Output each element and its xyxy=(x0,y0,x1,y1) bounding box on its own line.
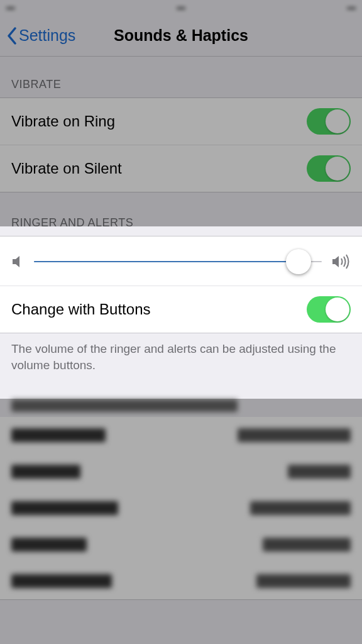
change-with-buttons-row[interactable]: Change with Buttons xyxy=(0,286,362,333)
ringer-footer-text: The volume of the ringer and alerts can … xyxy=(0,333,362,387)
list-item[interactable] xyxy=(0,453,362,490)
row-label: Change with Buttons xyxy=(11,301,150,318)
speaker-high-icon xyxy=(332,253,351,270)
vibrate-on-ring-toggle[interactable] xyxy=(307,108,351,135)
back-label: Settings xyxy=(19,26,75,45)
row-label: Vibrate on Ring xyxy=(11,113,115,130)
vibrate-list: Vibrate on Ring Vibrate on Silent xyxy=(0,97,362,192)
list-item[interactable] xyxy=(0,563,362,599)
vibrate-on-ring-row[interactable]: Vibrate on Ring xyxy=(0,98,362,145)
volume-slider[interactable] xyxy=(34,249,322,274)
volume-slider-row xyxy=(0,236,362,286)
section-header-ringer: RINGER AND ALERTS xyxy=(0,203,362,236)
vibrate-on-silent-row[interactable]: Vibrate on Silent xyxy=(0,145,362,192)
section-header-vibrate: VIBRATE xyxy=(0,57,362,97)
patterns-list xyxy=(0,417,362,600)
list-item[interactable] xyxy=(0,490,362,526)
status-bar: ••••••••• xyxy=(0,0,362,15)
list-item[interactable] xyxy=(0,417,362,453)
vibrate-on-silent-toggle[interactable] xyxy=(307,155,351,182)
list-item[interactable] xyxy=(0,526,362,563)
back-button[interactable]: Settings xyxy=(6,26,75,45)
speaker-low-icon xyxy=(11,254,24,269)
change-with-buttons-toggle[interactable] xyxy=(307,296,351,323)
section-header-patterns xyxy=(0,387,362,417)
blurred-header-text xyxy=(11,399,238,412)
ringer-list: Change with Buttons xyxy=(0,236,362,333)
navbar: Settings Sounds & Haptics xyxy=(0,15,362,57)
chevron-left-icon xyxy=(6,27,18,45)
row-label: Vibrate on Silent xyxy=(11,160,122,177)
